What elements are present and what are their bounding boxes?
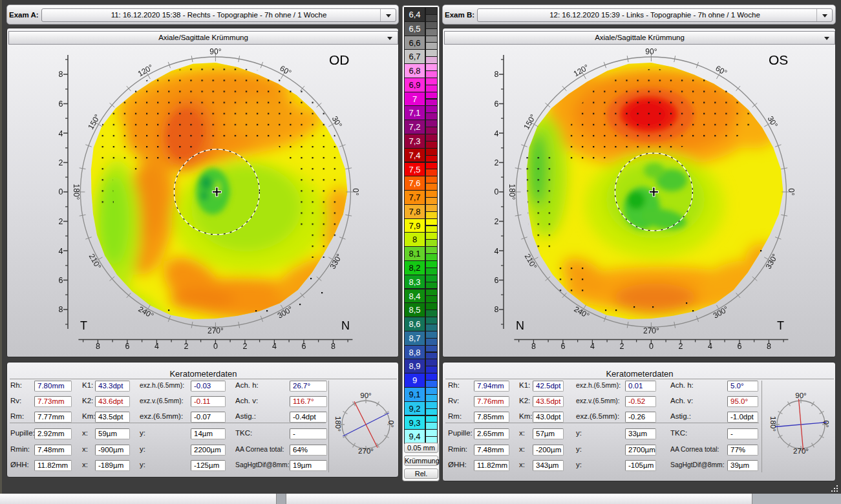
svg-text:T: T — [777, 319, 784, 332]
svg-text:4: 4 — [272, 342, 277, 351]
svg-text:4: 4 — [708, 342, 712, 351]
svg-text:T: T — [80, 319, 87, 332]
svg-text:270°: 270° — [208, 326, 224, 335]
svg-text:180°: 180° — [72, 184, 81, 200]
svg-text:4: 4 — [59, 247, 63, 256]
svg-text:2: 2 — [242, 342, 247, 351]
svg-text:180°: 180° — [507, 184, 516, 200]
svg-text:2: 2 — [495, 217, 499, 226]
svg-text:8: 8 — [531, 342, 536, 351]
svg-text:2: 2 — [59, 158, 63, 167]
svg-text:2: 2 — [184, 342, 188, 351]
svg-text:8: 8 — [59, 70, 63, 79]
svg-text:6: 6 — [495, 100, 499, 109]
svg-text:8: 8 — [495, 305, 499, 314]
svg-text:0: 0 — [213, 342, 218, 351]
svg-text:8: 8 — [59, 305, 63, 314]
svg-text:6: 6 — [495, 276, 499, 285]
svg-text:270°: 270° — [643, 326, 659, 335]
svg-text:8: 8 — [767, 342, 771, 351]
svg-text:90°: 90° — [209, 47, 221, 56]
svg-text:4: 4 — [59, 129, 63, 138]
svg-text:4: 4 — [495, 129, 499, 138]
svg-text:0°: 0° — [351, 188, 360, 196]
svg-text:2: 2 — [59, 217, 63, 226]
svg-text:6: 6 — [59, 276, 63, 285]
svg-text:0: 0 — [649, 342, 654, 351]
svg-text:6: 6 — [301, 342, 306, 351]
svg-text:90°: 90° — [645, 47, 657, 56]
svg-text:6: 6 — [125, 342, 129, 351]
svg-text:6: 6 — [59, 100, 63, 109]
svg-text:4: 4 — [590, 342, 595, 351]
svg-text:0: 0 — [495, 187, 499, 196]
svg-text:0: 0 — [59, 187, 63, 196]
svg-text:OD: OD — [329, 52, 350, 67]
svg-text:0°: 0° — [787, 188, 796, 196]
svg-text:8: 8 — [331, 342, 335, 351]
svg-text:N: N — [516, 319, 524, 332]
svg-text:N: N — [341, 319, 350, 332]
svg-text:2: 2 — [495, 158, 499, 167]
svg-text:4: 4 — [154, 342, 159, 351]
svg-text:OS: OS — [769, 52, 788, 67]
svg-text:8: 8 — [495, 70, 499, 79]
svg-text:4: 4 — [495, 247, 499, 256]
svg-text:6: 6 — [560, 342, 565, 351]
svg-text:2: 2 — [678, 342, 683, 351]
svg-text:2: 2 — [619, 342, 624, 351]
svg-text:6: 6 — [737, 342, 741, 351]
svg-text:8: 8 — [96, 342, 100, 351]
